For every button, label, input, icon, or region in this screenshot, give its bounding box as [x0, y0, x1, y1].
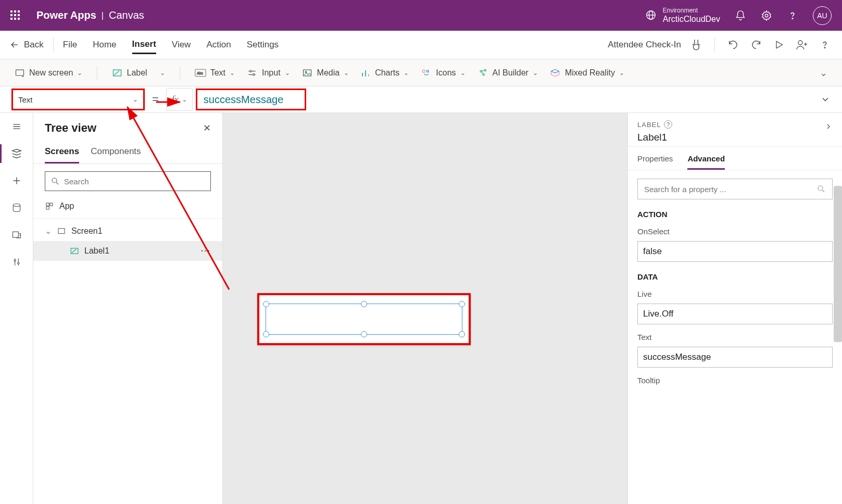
- ai-builder-menu[interactable]: AI Builder⌄: [474, 66, 541, 80]
- field-live[interactable]: Live.Off: [637, 304, 833, 324]
- share-button[interactable]: [794, 37, 810, 53]
- command-bar: Back File Home Insert View Action Settin…: [0, 31, 842, 59]
- svg-point-5: [798, 41, 802, 45]
- text-menu[interactable]: Abc Text⌄: [192, 66, 238, 80]
- svg-point-23: [14, 260, 16, 261]
- label-button[interactable]: Label ⌄: [109, 66, 168, 80]
- input-menu[interactable]: Input⌄: [243, 66, 293, 80]
- menu-view[interactable]: View: [172, 36, 191, 53]
- advanced-tools-icon[interactable]: [10, 256, 23, 268]
- insert-rail-icon[interactable]: [10, 174, 23, 187]
- settings-icon[interactable]: [761, 10, 772, 21]
- tree-node-screen1[interactable]: ⌄ Screen1: [33, 221, 222, 241]
- svg-point-25: [52, 178, 57, 183]
- app-icon: [45, 201, 54, 211]
- icons-menu[interactable]: Icons⌄: [417, 66, 468, 80]
- svg-rect-27: [50, 203, 53, 206]
- more-icon[interactable]: ···: [201, 246, 211, 256]
- tree-title: Tree view: [45, 121, 96, 135]
- chevron-down-icon: [820, 94, 831, 105]
- back-button[interactable]: Back: [9, 40, 44, 50]
- hamburger-icon[interactable]: [10, 120, 23, 133]
- media-rail-icon[interactable]: [10, 229, 23, 241]
- property-selector[interactable]: Text ⌄: [11, 89, 145, 110]
- selected-label-control[interactable]: [257, 293, 471, 345]
- properties-panel: LABEL ? Label1 Properties Advanced ACTIO…: [627, 113, 842, 504]
- redo-button[interactable]: [748, 37, 764, 53]
- environment-picker[interactable]: Environment ArcticCloudDev: [645, 7, 720, 24]
- resize-handle[interactable]: [459, 301, 465, 307]
- property-search-input[interactable]: [644, 185, 816, 194]
- brand-name: Power Apps: [36, 9, 96, 21]
- svg-point-3: [792, 18, 793, 18]
- app-title: Attendee Check-In: [608, 40, 681, 50]
- resize-handle[interactable]: [361, 301, 367, 307]
- menu-action[interactable]: Action: [206, 36, 231, 53]
- new-screen-button[interactable]: New screen⌄: [11, 66, 85, 80]
- app-type-label: Canvas: [109, 9, 144, 21]
- tree-view-icon[interactable]: [10, 147, 23, 160]
- resize-handle[interactable]: [263, 331, 269, 337]
- charts-menu[interactable]: Charts⌄: [357, 66, 412, 80]
- data-rail-icon[interactable]: [10, 201, 23, 214]
- environment-name: ArcticCloudDev: [663, 14, 720, 24]
- media-menu[interactable]: Media⌄: [298, 66, 353, 80]
- label-icon: [112, 68, 122, 78]
- fx-button[interactable]: fx⌄: [166, 88, 193, 111]
- formula-input[interactable]: successMessage: [196, 89, 306, 110]
- formula-expand-button[interactable]: [820, 94, 842, 105]
- tab-components[interactable]: Components: [91, 143, 141, 163]
- chevron-right-icon[interactable]: [824, 122, 833, 131]
- tree-search[interactable]: [45, 171, 211, 191]
- menu-settings[interactable]: Settings: [247, 36, 279, 53]
- user-avatar[interactable]: AU: [813, 6, 832, 25]
- app-checker-icon[interactable]: [688, 37, 704, 53]
- notifications-icon[interactable]: [735, 10, 746, 21]
- tree-node-app[interactable]: App: [33, 196, 222, 216]
- field-label-tooltip: Tooltip: [637, 376, 833, 385]
- text-input-icon: Abc: [195, 69, 206, 77]
- svg-rect-22: [12, 232, 18, 237]
- canvas-area[interactable]: [223, 113, 627, 504]
- help-icon[interactable]: ?: [664, 120, 672, 129]
- field-label-live: Live: [637, 289, 833, 298]
- tree-node-label1[interactable]: Label1 ···: [33, 241, 222, 261]
- svg-point-2: [765, 14, 768, 17]
- svg-point-17: [484, 69, 486, 71]
- play-button[interactable]: [771, 37, 787, 53]
- section-data: DATA: [637, 272, 833, 281]
- resize-handle[interactable]: [459, 331, 465, 337]
- svg-rect-29: [58, 228, 65, 233]
- svg-point-4: [694, 44, 699, 50]
- close-icon[interactable]: ✕: [203, 122, 211, 134]
- insert-ribbon: New screen⌄ Label ⌄ Abc Text⌄ Input⌄ Med…: [0, 59, 842, 86]
- label-icon: [70, 246, 79, 256]
- help-icon[interactable]: [787, 10, 798, 21]
- svg-rect-28: [46, 207, 49, 209]
- help-menu-icon[interactable]: [817, 37, 833, 53]
- app-launcher-icon[interactable]: [10, 10, 21, 21]
- tree-search-input[interactable]: [64, 177, 205, 186]
- field-onselect[interactable]: false: [637, 241, 833, 262]
- menu-insert[interactable]: Insert: [132, 36, 156, 54]
- tab-properties[interactable]: Properties: [637, 151, 673, 170]
- ribbon-overflow[interactable]: ⌄: [816, 65, 831, 81]
- chevron-down-icon: ⌄: [133, 96, 138, 103]
- control-name: Label1: [637, 132, 833, 143]
- svg-point-12: [253, 73, 255, 75]
- menu-home[interactable]: Home: [93, 36, 116, 53]
- field-text[interactable]: successMessage: [637, 347, 833, 368]
- resize-handle[interactable]: [361, 331, 367, 337]
- scrollbar[interactable]: [834, 186, 842, 342]
- undo-button[interactable]: [725, 37, 741, 53]
- equals-sign: =: [152, 93, 159, 106]
- globe-icon: [645, 9, 657, 21]
- resize-handle[interactable]: [263, 301, 269, 307]
- app-header: Power Apps | Canvas Environment ArcticCl…: [0, 0, 842, 31]
- tab-screens[interactable]: Screens: [45, 143, 79, 163]
- property-search[interactable]: [637, 179, 833, 199]
- mixed-reality-menu[interactable]: Mixed Reality⌄: [546, 66, 627, 80]
- tab-advanced[interactable]: Advanced: [687, 151, 725, 170]
- ai-builder-icon: [477, 68, 488, 78]
- menu-file[interactable]: File: [63, 36, 77, 53]
